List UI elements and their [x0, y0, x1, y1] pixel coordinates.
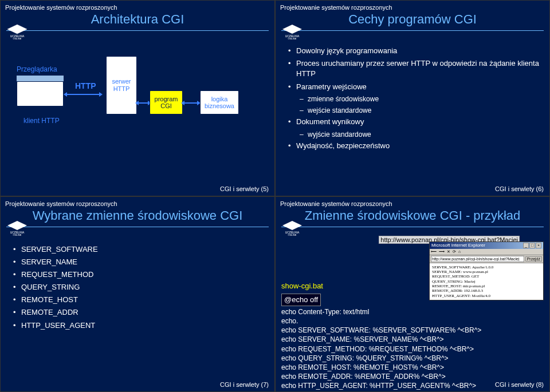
logo: UCZELNIAONLINE — [280, 219, 304, 236]
slide-env-vars: Projektowanie systemów rozproszonych Wyb… — [0, 196, 275, 393]
slide-title: Wybrane zmienne środowiskowe CGI — [6, 208, 269, 227]
output-line: QUERY_STRING: Maciej — [432, 279, 541, 284]
svg-text:ONLINE: ONLINE — [288, 37, 297, 39]
close-icon[interactable]: × — [536, 243, 541, 248]
svg-text:ONLINE: ONLINE — [288, 233, 297, 236]
script-line: echo SERVER_NAME: %SERVER_NAME% ^<BR^> — [281, 335, 539, 344]
course-label: Projektowanie systemów rozproszonych — [276, 197, 549, 208]
output-line: REMOTE_HOST: mir.poznan.pl — [432, 284, 541, 288]
script-line: echo REQUEST_METHOD: %REQUEST_METHOD% ^<… — [281, 345, 539, 354]
browser-titlebar — [17, 76, 64, 81]
ie-titlebar: Microsoft Internet Explorer _ □ × — [430, 242, 543, 249]
logic-box: logika biznesowa — [200, 90, 239, 114]
minimize-icon[interactable]: _ — [523, 243, 529, 248]
env-var-item: REMOTE_HOST — [13, 295, 264, 305]
browser-box — [17, 81, 64, 106]
program-logic-arrow — [184, 102, 198, 104]
output-line: SERVER_SOFTWARE: Apache/1.0.0 — [432, 265, 541, 270]
refresh-icon[interactable]: ⟳ — [453, 250, 456, 254]
slide-architecture: Projektowanie systemów rozproszonych Arc… — [0, 0, 275, 196]
output-line: REQUEST_METHOD: GET — [432, 274, 541, 279]
logo: UCZELNIAONLINE — [5, 219, 29, 236]
output-line: HTTP_USER_AGENT: Mozilla/4.0 — [432, 294, 541, 298]
maximize-icon[interactable]: □ — [529, 243, 535, 248]
env-var-item: REQUEST_METHOD — [13, 270, 264, 280]
ie-page-body: SERVER_SOFTWARE: Apache/1.0.0 SERVER_NAM… — [430, 263, 543, 300]
course-label: Projektowanie systemów rozproszonych — [1, 1, 274, 12]
env-var-list: SERVER_SOFTWARE SERVER_NAME REQUEST_METH… — [1, 236, 274, 341]
ie-address-bar: Przejdź — [430, 255, 543, 263]
feature-item: Parametry wejściowe — [288, 82, 539, 92]
server-program-arrow — [138, 102, 148, 104]
browser-label: Przeglądarka — [17, 65, 57, 73]
footer: CGI i serwlety (8) — [495, 381, 544, 388]
forward-icon[interactable]: ⟶ — [439, 250, 445, 254]
ie-title: Microsoft Internet Explorer — [431, 243, 485, 248]
env-var-item: HTTP_USER_AGENT — [13, 320, 264, 331]
server-label: serwer HTTP — [109, 78, 134, 93]
slide-features: Projektowanie systemów rozproszonych Cec… — [275, 0, 550, 196]
script-line: echo QUERY_STRING: %QUERY_STRING% ^<BR^> — [281, 354, 539, 363]
course-label: Projektowanie systemów rozproszonych — [1, 197, 274, 208]
program-label: program CGI — [150, 96, 182, 109]
env-var-item: REMOTE_ADDR — [13, 307, 264, 318]
script-line: echo REMOTE_ADDR: %REMOTE_ADDR% ^<BR^> — [281, 372, 539, 381]
echo-off-line: @echo off — [281, 294, 321, 306]
footer: CGI i serwlety (5) — [220, 185, 269, 192]
http-arrow — [66, 94, 100, 95]
feature-subitem: wyjście standardowe — [300, 130, 539, 140]
footer: CGI i serwlety (6) — [495, 185, 544, 192]
course-label: Projektowanie systemów rozproszonych — [276, 1, 549, 12]
ie-browser-window: Microsoft Internet Explorer _ □ × ⟵ ⟶ ✕ … — [429, 241, 544, 301]
output-line: SERVER_NAME: www.poznan.pl — [432, 270, 541, 274]
slide-title: Cechy programów CGI — [281, 12, 544, 31]
logic-label: logika biznesowa — [201, 96, 238, 109]
slide-title: Zmienne środowiskowe CGI - przykład — [281, 208, 544, 227]
script-line: echo. — [281, 316, 539, 326]
svg-text:ONLINE: ONLINE — [13, 233, 22, 236]
script-line: echo SERVER_SOFTWARE: %SERVER_SOFTWARE% … — [281, 326, 539, 335]
slide-example: Projektowanie systemów rozproszonych Zmi… — [275, 196, 550, 393]
feature-item: Proces uruchamiany przez serwer HTTP w o… — [288, 58, 539, 79]
script-line: echo Content-Type: text/html — [281, 307, 539, 316]
logo: UCZELNIAONLINE — [5, 22, 29, 39]
feature-subitem: wejście standardowe — [300, 106, 539, 116]
server-box: serwer HTTP — [106, 56, 137, 114]
env-var-item: SERVER_SOFTWARE — [13, 244, 264, 255]
output-line: REMOTE_ADDR: 192.168.0.3 — [432, 288, 541, 293]
client-label: klient HTTP — [23, 117, 60, 125]
ie-toolbar: ⟵ ⟶ ✕ ⟳ ⌂ — [430, 249, 543, 255]
architecture-diagram: Przeglądarka klient HTTP HTTP serwer HTT… — [1, 42, 274, 163]
svg-text:ONLINE: ONLINE — [13, 37, 22, 39]
bullet-list: Dowolny język programowania Proces uruch… — [276, 38, 549, 162]
go-button[interactable]: Przejdź — [525, 256, 542, 262]
logo: UCZELNIAONLINE — [280, 22, 304, 39]
feature-item: Dowolny język programowania — [288, 46, 539, 56]
home-icon[interactable]: ⌂ — [458, 250, 461, 254]
program-cgi-box: program CGI — [150, 90, 183, 114]
back-icon[interactable]: ⟵ — [431, 250, 437, 254]
address-input[interactable] — [431, 256, 524, 262]
http-label: HTTP — [75, 81, 96, 90]
feature-subitem: zmienne środowiskowe — [300, 94, 539, 104]
env-var-item: QUERY_STRING — [13, 282, 264, 292]
stop-icon[interactable]: ✕ — [447, 250, 450, 254]
slide-title: Architektura CGI — [6, 12, 269, 31]
footer: CGI i serwlety (7) — [220, 381, 269, 388]
feature-item: Dokument wynikowy — [288, 117, 539, 127]
feature-item: Wydajność, bezpieczeństwo — [288, 141, 539, 151]
env-var-item: SERVER_NAME — [13, 257, 264, 267]
script-line: echo REMOTE_HOST: %REMOTE_HOST% ^<BR^> — [281, 363, 539, 372]
